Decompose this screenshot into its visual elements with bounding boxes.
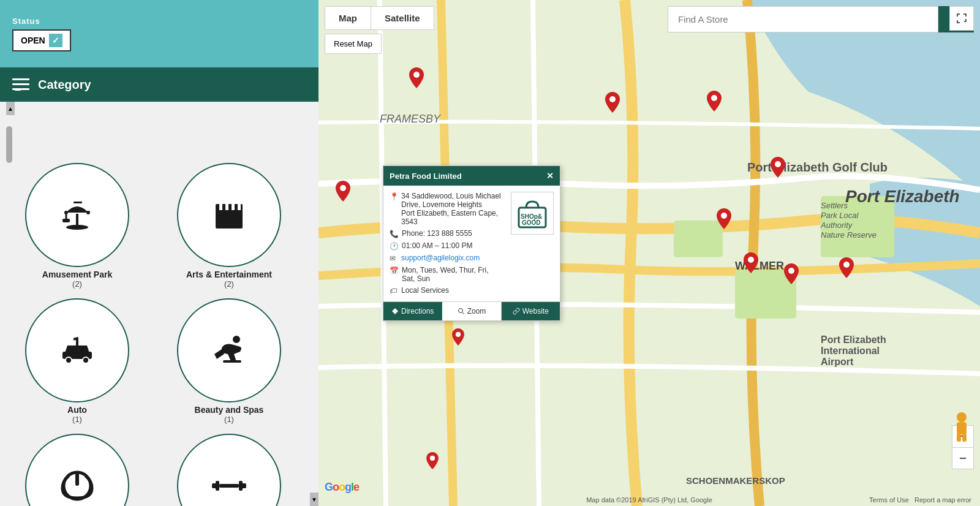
popup-phone-row: 📞 Phone: 123 888 5555 [390, 229, 505, 238]
svg-point-58 [430, 456, 435, 461]
popup-header: Petra Food Limited ✕ [383, 166, 560, 186]
scroll-down-arrow[interactable]: ▼ [310, 493, 318, 506]
popup-email-row: ✉ support@agilelogix.com [390, 254, 505, 263]
popup-category: Local Services [401, 286, 449, 295]
fitness-icon [209, 466, 249, 505]
website-button[interactable]: Website [502, 302, 560, 320]
category-item-fitness[interactable]: Fitness (4) [158, 434, 300, 506]
google-logo: Google [325, 481, 359, 494]
svg-rect-9 [62, 219, 70, 222]
electronics-icon [58, 466, 97, 505]
map-pin-7[interactable] [744, 252, 758, 273]
map-pin-4[interactable] [707, 91, 722, 111]
svg-text:Park Local: Park Local [821, 211, 859, 220]
category-circle-auto [25, 298, 129, 402]
svg-point-64 [957, 412, 967, 422]
pegman-button[interactable] [952, 412, 971, 442]
find-store-input[interactable] [668, 6, 938, 32]
left-panel: Status OPEN ✓ Category ▲ ▼ [0, 0, 318, 506]
map-pin-5[interactable] [771, 157, 785, 178]
svg-point-53 [721, 213, 727, 219]
scrollbar-thumb[interactable] [6, 126, 12, 163]
svg-rect-3 [15, 89, 21, 91]
svg-rect-14 [225, 204, 228, 210]
svg-rect-13 [219, 204, 222, 210]
map-pin-9[interactable] [839, 257, 854, 278]
popup-address: 34 Saddlewood, Louis Michael Drive, Love… [401, 192, 505, 226]
fullscreen-icon [956, 13, 967, 24]
svg-rect-22 [223, 360, 241, 363]
map-pin-1[interactable] [409, 67, 424, 88]
status-label: Status [12, 17, 306, 26]
popup-email-link[interactable]: support@agilelogix.com [401, 254, 480, 262]
status-bar: Status OPEN ✓ [0, 0, 318, 67]
category-item-electronics[interactable]: Electronics (1) [6, 434, 148, 506]
svg-point-49 [340, 185, 346, 191]
popup-category-row: 🏷 Local Services [390, 286, 505, 295]
category-title: Category [38, 78, 91, 92]
popup-logo: SHOp& GOOD [511, 192, 554, 235]
svg-rect-11 [216, 209, 243, 228]
terms-of-use[interactable]: Terms of Use [869, 496, 909, 504]
beauty-name: Beauty and Spas [195, 405, 264, 415]
svg-rect-5 [76, 214, 78, 227]
map-pin-8[interactable] [784, 263, 799, 284]
open-badge: OPEN ✓ [12, 29, 71, 51]
category-item-arts[interactable]: Arts & Entertainment (2) [158, 163, 300, 289]
popup-close-button[interactable]: ✕ [546, 171, 554, 181]
category-item-auto[interactable]: Auto (1) [6, 298, 148, 424]
category-item-amusement[interactable]: Amusement Park (2) [6, 163, 148, 289]
category-grid: Amusement Park (2) [6, 163, 312, 506]
svg-point-19 [83, 357, 89, 363]
category-circle-electronics [25, 434, 129, 506]
popup-hours: 01:00 AM – 11:00 PM [402, 241, 472, 250]
svg-point-54 [748, 257, 754, 263]
directions-button[interactable]: Directions [383, 302, 442, 320]
map-pin-3[interactable] [605, 92, 620, 113]
svg-text:Port Elizabeth: Port Elizabeth [845, 187, 960, 206]
fullscreen-button[interactable] [949, 6, 974, 31]
svg-rect-28 [239, 481, 243, 491]
svg-text:GOOD: GOOD [522, 219, 541, 226]
svg-rect-67 [962, 433, 967, 442]
zoom-button[interactable]: Zoom [442, 302, 501, 320]
clock-icon: 🕐 [390, 242, 399, 251]
arts-name: Arts & Entertainment [186, 270, 272, 279]
category-circle-fitness [177, 434, 281, 506]
popup-hours-row: 🕐 01:00 AM – 11:00 PM [390, 241, 505, 251]
scroll-up-arrow[interactable]: ▲ [6, 102, 15, 115]
map-pin-10[interactable] [452, 328, 464, 346]
svg-text:Nature Reserve: Nature Reserve [821, 230, 876, 240]
svg-text:Settlers: Settlers [821, 201, 848, 210]
zoom-out-button[interactable]: − [952, 447, 974, 469]
reset-map-button[interactable]: Reset Map [325, 34, 382, 54]
popup-phone: Phone: 123 888 5555 [402, 229, 472, 238]
svg-point-55 [788, 268, 794, 274]
svg-text:FRAMESBY: FRAMESBY [380, 113, 442, 125]
arts-count: (2) [224, 279, 234, 289]
email-icon: ✉ [390, 254, 398, 263]
svg-rect-15 [232, 204, 235, 210]
map-pin-6[interactable] [717, 208, 731, 229]
category-circle-arts [177, 163, 281, 267]
svg-point-18 [66, 357, 72, 363]
category-item-beauty[interactable]: Beauty and Spas (1) [158, 298, 300, 424]
svg-rect-33 [674, 221, 723, 257]
map-view-button[interactable]: Map [325, 7, 371, 29]
auto-count: (1) [72, 415, 82, 424]
satellite-view-button[interactable]: Satellite [371, 7, 434, 29]
popup-days-row: 📅 Mon, Tues, Wed, Thur, Fri, Sat, Sun [390, 266, 505, 283]
find-store-bar [668, 6, 974, 32]
category-icon [12, 76, 29, 93]
map-pin-11[interactable] [426, 452, 439, 469]
open-checkmark: ✓ [49, 34, 62, 47]
phone-icon: 📞 [390, 230, 399, 238]
svg-line-63 [462, 312, 464, 315]
report-map-error[interactable]: Report a map error [914, 496, 971, 504]
svg-point-48 [413, 72, 420, 78]
open-text: OPEN [21, 36, 45, 45]
beauty-count: (1) [224, 415, 234, 424]
svg-text:SCHOENMAKERSKOP: SCHOENMAKERSKOP [686, 475, 785, 486]
popup-address-row: 📍 34 Saddlewood, Louis Michael Drive, Lo… [390, 192, 505, 226]
map-pin-2[interactable] [336, 181, 350, 202]
